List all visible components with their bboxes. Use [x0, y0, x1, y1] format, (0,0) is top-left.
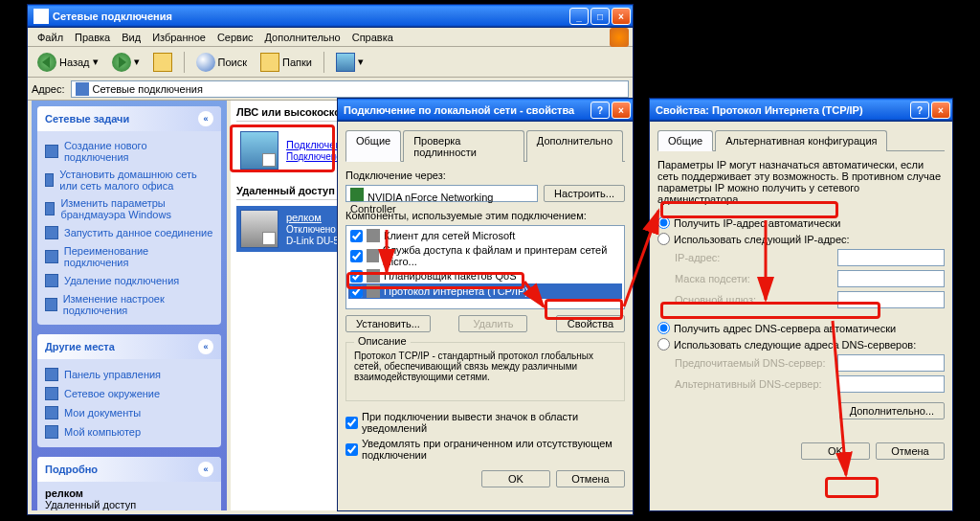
dialog2-help-button[interactable]: ?	[910, 102, 929, 119]
description-text: Протокол TCP/IP - стандартный протокол г…	[354, 351, 616, 382]
task-delete-connection[interactable]: Удаление подключения	[45, 271, 213, 290]
client-icon	[367, 229, 380, 242]
menu-file[interactable]: Файл	[32, 30, 69, 45]
adapter-field: NVIDIA nForce Networking Controller	[345, 185, 538, 202]
menu-help[interactable]: Справка	[346, 30, 399, 45]
rename-icon	[45, 250, 58, 263]
dns-alternate-field	[837, 375, 945, 393]
components-listbox[interactable]: Клиент для сетей Microsoft Служба доступ…	[345, 225, 625, 309]
dns-auto-radio[interactable]	[657, 322, 670, 334]
dialup-connection-icon	[240, 210, 278, 248]
ip-auto-radio-row[interactable]: Получить IP-адрес автоматически	[657, 215, 945, 231]
task-setup-home-network[interactable]: Установить домашнюю сеть или сеть малого…	[45, 166, 213, 194]
minimize-button[interactable]: _	[569, 8, 589, 25]
details-group: Подробно« релком Удаленный доступ	[37, 457, 221, 510]
limited-checkbox[interactable]	[345, 443, 358, 456]
ip-manual-radio[interactable]	[657, 233, 670, 245]
search-button[interactable]: Поиск	[190, 50, 253, 75]
dialog1-close-button[interactable]: ×	[612, 102, 631, 119]
menu-edit[interactable]: Правка	[69, 30, 116, 45]
forward-button[interactable]: ▾	[106, 50, 145, 75]
details-header[interactable]: Подробно«	[37, 457, 221, 482]
window-title: Сетевые подключения	[53, 11, 569, 22]
place-my-documents[interactable]: Мои документы	[45, 403, 213, 422]
component-client[interactable]: Клиент для сетей Microsoft	[348, 228, 622, 243]
dialog1-cancel-button[interactable]: Отмена	[556, 470, 625, 487]
dialog2-ok-button[interactable]: OK	[801, 442, 870, 460]
dns-preferred-field	[837, 354, 945, 372]
dialup-connection-name: релком	[286, 212, 322, 223]
menu-advanced[interactable]: Дополнительно	[259, 30, 346, 45]
titlebar[interactable]: Сетевые подключения _ □ ×	[28, 5, 633, 28]
ip-auto-radio[interactable]	[657, 216, 670, 229]
component-checkbox[interactable]	[350, 285, 363, 298]
tab-authentication[interactable]: Проверка подлинности	[403, 130, 524, 162]
task-rename-connection[interactable]: Переименование подключения	[45, 242, 213, 271]
task-firewall-settings[interactable]: Изменить параметры брандмауэра Windows	[45, 194, 213, 223]
details-type: Удаленный доступ	[45, 499, 213, 510]
task-create-connection[interactable]: Создание нового подключения	[45, 137, 213, 166]
component-qos[interactable]: Планировщик пакетов QoS	[348, 268, 622, 283]
dialog1-ok-button[interactable]: OK	[481, 470, 550, 487]
component-checkbox[interactable]	[350, 230, 363, 242]
place-my-computer[interactable]: Мой компьютер	[45, 422, 213, 442]
views-button[interactable]: ▾	[330, 50, 369, 75]
ip-manual-radio-row[interactable]: Использовать следующий IP-адрес:	[657, 231, 945, 247]
address-label: Адрес:	[32, 83, 65, 95]
menu-tools[interactable]: Сервис	[212, 30, 259, 45]
documents-icon	[45, 406, 58, 419]
dialog1-help-button[interactable]: ?	[590, 102, 610, 119]
install-button[interactable]: Установить...	[345, 315, 431, 332]
limited-checkbox-row[interactable]: Уведомлять при ограниченном или отсутств…	[345, 436, 625, 463]
subnet-mask-field	[837, 270, 945, 287]
configure-button[interactable]: Настроить...	[544, 185, 625, 202]
place-control-panel[interactable]: Панель управления	[45, 365, 213, 384]
dns-alternate-label: Альтернативный DNS-сервер:	[675, 378, 837, 390]
details-name: релком	[45, 487, 213, 499]
throbber-icon	[610, 28, 629, 47]
properties-button[interactable]: Свойства	[556, 315, 625, 332]
dns-manual-radio-row[interactable]: Использовать следующие адреса DNS-сервер…	[657, 336, 945, 352]
dialog1-titlebar[interactable]: Подключение по локальной сети - свойства…	[338, 99, 633, 122]
component-checkbox[interactable]	[350, 250, 363, 262]
tab-general[interactable]: Общие	[657, 130, 713, 151]
component-checkbox[interactable]	[350, 270, 363, 283]
dns-manual-radio[interactable]	[657, 338, 670, 351]
task-change-settings[interactable]: Изменение настроек подключения	[45, 290, 213, 319]
menu-view[interactable]: Вид	[116, 30, 146, 45]
network-tasks-group: Сетевые задачи« Создание нового подключе…	[37, 106, 221, 325]
component-fileshare[interactable]: Служба доступа к файлам и принтерам сете…	[348, 243, 622, 268]
notify-checkbox-row[interactable]: При подключении вывести значок в области…	[345, 409, 625, 436]
tab-general[interactable]: Общие	[345, 130, 401, 162]
maximize-button[interactable]: □	[590, 8, 610, 25]
advanced-button[interactable]: Дополнительно...	[839, 402, 945, 419]
component-tcpip[interactable]: Протокол Интернета (TCP/IP)	[348, 283, 622, 299]
network-tasks-header[interactable]: Сетевые задачи«	[37, 106, 221, 131]
address-field[interactable]: Сетевые подключения	[71, 80, 629, 98]
dialog2-cancel-button[interactable]: Отмена	[876, 442, 945, 460]
cpl-icon	[45, 368, 58, 381]
dns-auto-radio-row[interactable]: Получить адрес DNS-сервера автоматически	[657, 320, 945, 336]
protocol-icon	[367, 284, 380, 298]
uninstall-button[interactable]: Удалить	[458, 315, 527, 332]
back-button[interactable]: Назад ▾	[32, 50, 104, 75]
menu-favorites[interactable]: Избранное	[146, 30, 212, 45]
folders-button[interactable]: Папки	[255, 50, 318, 75]
connect-via-label: Подключение через:	[345, 170, 625, 181]
close-button[interactable]: ×	[612, 8, 631, 25]
adapter-icon	[350, 188, 364, 201]
notify-checkbox[interactable]	[345, 417, 358, 429]
dialog2-titlebar[interactable]: Свойства: Протокол Интернета (TCP/IP) ? …	[650, 99, 952, 122]
tcpip-info-text: Параметры IP могут назначаться автоматич…	[657, 159, 945, 205]
subnet-mask-label: Маска подсети:	[675, 273, 837, 284]
dialog2-title: Свойства: Протокол Интернета (TCP/IP)	[656, 104, 910, 116]
dialog2-close-button[interactable]: ×	[931, 102, 950, 119]
tab-alternate[interactable]: Альтернативная конфигурация	[715, 130, 887, 151]
dialup-connection-status: Отключено	[286, 224, 336, 235]
tab-advanced[interactable]: Дополнительно	[526, 130, 623, 162]
side-panel: Сетевые задачи« Создание нового подключе…	[32, 101, 227, 510]
task-start-connection[interactable]: Запустить данное соединение	[45, 223, 213, 242]
place-network-neighborhood[interactable]: Сетевое окружение	[45, 384, 213, 403]
other-places-header[interactable]: Другие места«	[37, 334, 221, 359]
up-button[interactable]	[147, 50, 178, 75]
